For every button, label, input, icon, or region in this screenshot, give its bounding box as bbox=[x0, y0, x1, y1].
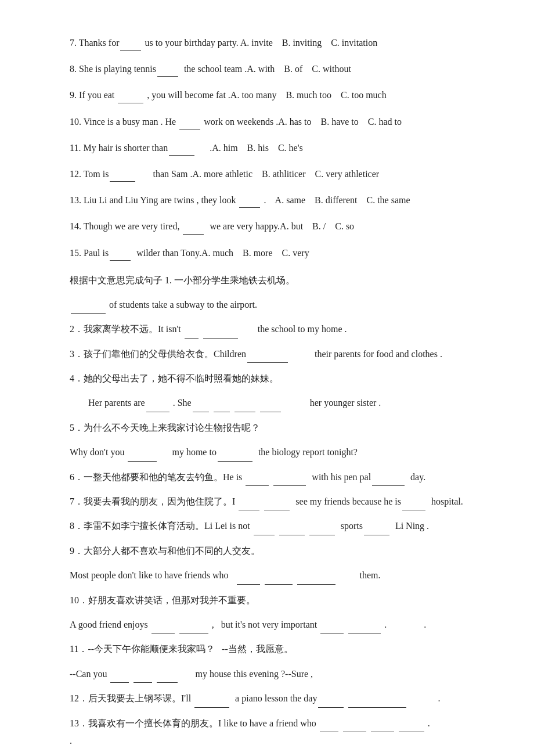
sentence-9: 9．大部分人都不喜欢与和他们不同的人交友。 bbox=[70, 542, 464, 560]
sentence-11: 11．--今天下午你能顺便来我家吗？ --当然，我愿意。 bbox=[70, 640, 464, 658]
question-10: 10. Vince is a busy man . He work on wee… bbox=[70, 114, 464, 129]
question-8: 8. She is playing tennis the school team… bbox=[70, 61, 464, 77]
sentence-10: 10．好朋友喜欢讲笑话，但那对我并不重要。 bbox=[70, 592, 464, 609]
sentence-11b: --Can you my house this evening ?--Sure … bbox=[70, 665, 464, 683]
question-7: 7. Thanks for us to your birthday party.… bbox=[70, 35, 464, 51]
question-13: 13. Liu Li and Liu Ying are twins , they… bbox=[70, 192, 464, 208]
question-9: 9. If you eat , you will become fat .A. … bbox=[70, 87, 464, 103]
sentence-4: 4．她的父母出去了，她不得不临时照看她的妹妹。 bbox=[70, 370, 464, 387]
sentence-7: 7．我要去看我的朋友，因为他住院了。I see my friends becau… bbox=[70, 493, 464, 510]
sentence-12: 12．后天我要去上钢琴课。I'll a piano lesson the day… bbox=[70, 690, 464, 707]
question-14: 14. Though we are very tired, we are ver… bbox=[70, 218, 464, 234]
sentence-8: 8．李雷不如李宁擅长体育活动。Li Lei is not sports Li N… bbox=[70, 517, 464, 535]
sentence-2: 2．我家离学校不远。It isn't the school to my home… bbox=[70, 321, 464, 338]
question-15: 15. Paul is wilder than Tony.A. much B. … bbox=[70, 245, 464, 261]
sentence-1: of students take a subway to the airport… bbox=[70, 296, 464, 314]
sentence-4b: Her parents are . She her younger sister… bbox=[70, 394, 464, 412]
question-11: 11. My hair is shorter than .A. him B. h… bbox=[70, 140, 464, 156]
question-12: 12. Tom is than Sam .A. more athletic B.… bbox=[70, 166, 464, 182]
worksheet-content: 7. Thanks for us to your birthday party.… bbox=[70, 35, 464, 756]
section2-title: 根据中文意思完成句子 1. 一小部分学生乘地铁去机场。 bbox=[70, 272, 464, 288]
sentence-9b: Most people don't like to have friends w… bbox=[70, 567, 464, 584]
sentence-5: 5．为什么不今天晚上来我家讨论生物报告呢？ bbox=[70, 419, 464, 437]
sentence-6: 6．一整天他都要和他的笔友去钓鱼。He is with his pen pal … bbox=[70, 469, 464, 486]
sentence-10b: A good friend enjoys , but it's not very… bbox=[70, 616, 464, 633]
sentence-3: 3．孩子们靠他们的父母供给衣食。Children their parents f… bbox=[70, 345, 464, 363]
sentence-13: 13．我喜欢有一个擅长体育的朋友。I like to have a friend… bbox=[70, 715, 464, 750]
sentence-5b: Why don't you my home to the biology rep… bbox=[70, 444, 464, 461]
